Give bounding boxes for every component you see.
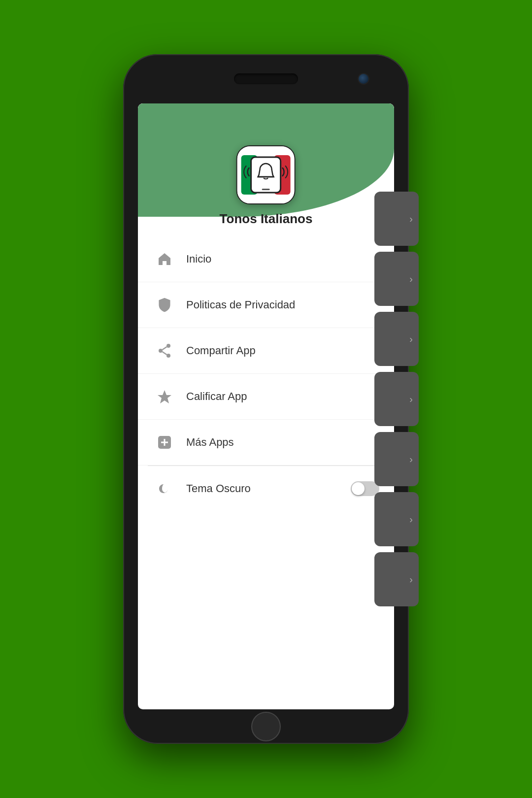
tema-oscuro-label: Tema Oscuro bbox=[186, 482, 351, 495]
svg-point-7 bbox=[166, 344, 170, 348]
compartir-label: Compartir App bbox=[186, 344, 379, 357]
menu-item-calificar[interactable]: Calificar App bbox=[138, 374, 394, 420]
svg-line-11 bbox=[163, 352, 167, 355]
moon-icon bbox=[153, 477, 176, 500]
svg-line-10 bbox=[163, 347, 167, 350]
phone-top-bar bbox=[123, 54, 409, 103]
mas-apps-label: Más Apps bbox=[186, 436, 379, 449]
svg-rect-6 bbox=[262, 189, 270, 190]
menu-item-compartir[interactable]: Compartir App bbox=[138, 328, 394, 374]
menu-item-mas-apps[interactable]: Más Apps bbox=[138, 420, 394, 466]
menu-item-inicio[interactable]: Inicio bbox=[138, 236, 394, 282]
screen-header: Tonos Italianos bbox=[138, 103, 394, 232]
phone-bottom bbox=[251, 709, 281, 744]
phone-screen: Tonos Italianos Inicio bbox=[138, 103, 394, 709]
plus-box-icon bbox=[153, 431, 176, 454]
right-panel-7: › bbox=[374, 552, 419, 606]
calificar-label: Calificar App bbox=[186, 390, 379, 403]
menu-item-privacidad[interactable]: Politicas de Privacidad bbox=[138, 282, 394, 328]
star-icon bbox=[153, 385, 176, 408]
app-icon-container: Tonos Italianos bbox=[220, 145, 313, 227]
toggle-thumb bbox=[352, 482, 365, 495]
app-icon bbox=[236, 145, 296, 204]
right-panel-3: › bbox=[374, 312, 419, 366]
right-panel-4: › bbox=[374, 372, 419, 426]
privacidad-label: Politicas de Privacidad bbox=[186, 299, 379, 311]
app-title: Tonos Italianos bbox=[220, 211, 313, 227]
right-panels: › › › › › › › bbox=[374, 192, 419, 606]
svg-point-9 bbox=[166, 354, 170, 358]
inicio-label: Inicio bbox=[186, 253, 379, 266]
svg-point-8 bbox=[159, 349, 163, 353]
menu-list: Inicio Politicas de Privacidad bbox=[138, 232, 394, 516]
phone-device: Tonos Italianos Inicio bbox=[123, 54, 409, 744]
right-panel-1: › bbox=[374, 192, 419, 246]
right-panel-5: › bbox=[374, 432, 419, 486]
camera bbox=[358, 73, 369, 85]
right-panel-2: › bbox=[374, 252, 419, 306]
right-panel-6: › bbox=[374, 492, 419, 546]
svg-marker-12 bbox=[158, 390, 171, 403]
home-icon bbox=[153, 247, 176, 271]
menu-item-tema-oscuro[interactable]: Tema Oscuro bbox=[138, 466, 394, 511]
share-icon bbox=[153, 339, 176, 363]
shield-icon bbox=[153, 293, 176, 317]
svg-rect-4 bbox=[251, 157, 281, 193]
speaker bbox=[234, 73, 298, 84]
home-button[interactable] bbox=[251, 712, 281, 741]
